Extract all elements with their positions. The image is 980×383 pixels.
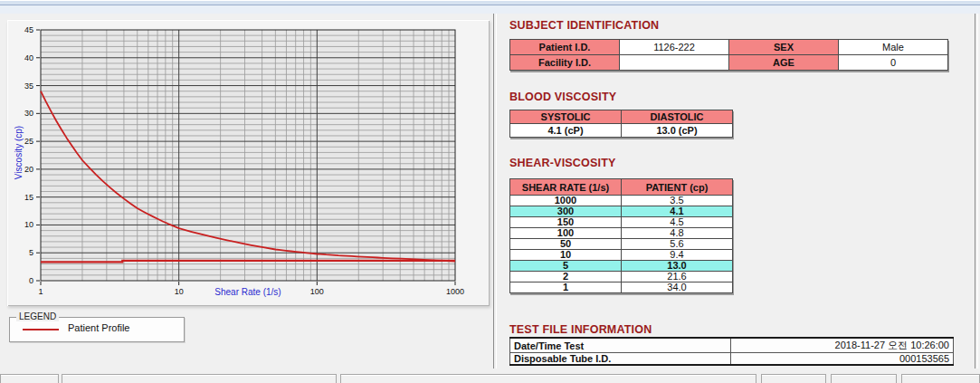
- svg-text:0: 0: [29, 276, 33, 285]
- shear-rate-cell: 10: [510, 250, 622, 261]
- svg-text:45: 45: [24, 25, 33, 34]
- age-label: AGE: [729, 55, 839, 71]
- shear-rate-cell: 1: [510, 282, 622, 293]
- svg-text:30: 30: [24, 109, 33, 118]
- blood-viscosity-table: SYSTOLIC DIASTOLIC 4.1 (cP) 13.0 (cP): [509, 110, 733, 138]
- svg-text:20: 20: [24, 165, 33, 174]
- patient-viscosity-cell: 3.5: [622, 196, 733, 206]
- y-axis-label: Viscosity (cp): [14, 112, 24, 194]
- svg-text:5: 5: [29, 248, 33, 257]
- table-row: SYSTOLIC DIASTOLIC: [510, 110, 733, 124]
- table-row: 100 4.8: [510, 228, 733, 239]
- shear-rate-header: SHEAR RATE (1/s): [510, 179, 622, 196]
- shear-viscosity-table: SHEAR RATE (1/s) PATIENT (cp) 1000 3.5 3…: [509, 178, 733, 293]
- shear-rate-cell: 100: [510, 228, 622, 239]
- results-panel: SUBJECT IDENTIFICATION Patient I.D. 1126…: [509, 14, 962, 371]
- patient-viscosity-cell: 34.0: [622, 282, 733, 293]
- sex-value: Male: [839, 40, 948, 55]
- date-time-test-value: 2018-11-27 오전 10:26:00: [731, 338, 954, 353]
- diastolic-value: 13.0 (cP): [622, 124, 733, 138]
- legend-box: LEGEND Patient Profile: [9, 317, 185, 342]
- test-file-information-table: Date/Time Test 2018-11-27 오전 10:26:00 Di…: [509, 337, 954, 366]
- table-row: 10 9.4: [510, 250, 733, 261]
- table-row: 4.1 (cP) 13.0 (cP): [510, 124, 733, 138]
- shear-rate-cell: 50: [510, 239, 622, 250]
- patient-viscosity-cell: 4.5: [622, 217, 733, 228]
- table-row: 1 34.0: [510, 282, 733, 293]
- patient-viscosity-cell: 9.4: [622, 250, 733, 261]
- table-row: 50 5.6: [510, 239, 733, 250]
- patient-viscosity-cell: 4.8: [622, 228, 733, 239]
- facility-id-label: Facility I.D.: [510, 55, 620, 71]
- table-row: Disposable Tube I.D. 000153565: [510, 353, 954, 366]
- table-row: 5 13.0: [510, 261, 733, 272]
- disposable-tube-id-label: Disposable Tube I.D.: [510, 353, 731, 366]
- shear-rate-cell: 1000: [510, 196, 622, 206]
- blood-viscosity-title: BLOOD VISCOSITY: [509, 91, 616, 103]
- status-bar-segment: [831, 374, 897, 383]
- table-row: Date/Time Test 2018-11-27 오전 10:26:00: [510, 338, 954, 353]
- panel-separator-left: [493, 14, 497, 369]
- sex-label: SEX: [729, 40, 839, 55]
- subject-identification-table: Patient I.D. 1126-222 SEX Male Facility …: [509, 39, 948, 71]
- table-row: Facility I.D. AGE 0: [510, 55, 948, 71]
- table-row: 1000 3.5: [510, 196, 733, 206]
- patient-viscosity-cell: 5.6: [622, 239, 733, 250]
- facility-id-value: [620, 55, 729, 71]
- table-row: 300 4.1: [510, 206, 733, 217]
- test-file-information-title: TEST FILE INFORMATION: [509, 323, 652, 336]
- svg-text:25: 25: [24, 137, 33, 146]
- disposable-tube-id-value: 000153565: [731, 353, 954, 366]
- viscosity-vs-shear-rate-chart: 4540353025201510501101001000: [7, 20, 490, 306]
- shear-rate-cell: 5: [510, 261, 622, 272]
- shear-viscosity-title: SHEAR-VISCOSITY: [509, 157, 616, 169]
- table-header-row: SHEAR RATE (1/s) PATIENT (cp): [510, 179, 733, 196]
- x-axis-label: Shear Rate (1/s): [41, 287, 455, 297]
- legend-box-label: LEGEND: [16, 311, 59, 321]
- systolic-header: SYSTOLIC: [510, 110, 622, 124]
- status-bar-segment: [901, 374, 980, 383]
- status-bar-segment: [761, 374, 826, 383]
- status-bar-segment: [0, 374, 59, 383]
- patient-viscosity-cell: 21.6: [622, 272, 733, 282]
- svg-text:10: 10: [24, 220, 33, 229]
- shear-rate-cell: 2: [510, 272, 622, 282]
- shear-rate-cell: 150: [510, 217, 622, 228]
- diastolic-header: DIASTOLIC: [622, 110, 733, 124]
- patient-profile-label: Patient Profile: [68, 322, 129, 333]
- table-row: 2 21.6: [510, 272, 733, 282]
- window-top-strip: [0, 0, 980, 14]
- patient-cp-header: PATIENT (cp): [622, 179, 733, 196]
- patient-viscosity-cell: 13.0: [622, 261, 733, 272]
- patient-profile-line-swatch: [23, 329, 59, 330]
- subject-identification-title: SUBJECT IDENTIFICATION: [509, 19, 659, 32]
- patient-viscosity-cell: 4.1: [622, 206, 733, 217]
- patient-id-value: 1126-222: [620, 40, 729, 55]
- table-row: Patient I.D. 1126-222 SEX Male: [510, 40, 948, 55]
- shear-rate-cell: 300: [510, 206, 622, 217]
- status-bar-segment: [340, 374, 756, 383]
- svg-text:35: 35: [24, 81, 33, 91]
- patient-id-label: Patient I.D.: [510, 40, 620, 55]
- viscosity-chart-panel: 4540353025201510501101001000 Viscosity (…: [7, 20, 490, 306]
- blood-viscosity-screen: 4540353025201510501101001000 Viscosity (…: [0, 0, 980, 383]
- date-time-test-label: Date/Time Test: [510, 338, 731, 353]
- status-bar-segment: [62, 374, 337, 383]
- svg-text:15: 15: [24, 193, 33, 202]
- panel-separator-right: [975, 14, 978, 369]
- table-row: 150 4.5: [510, 217, 733, 228]
- svg-text:40: 40: [24, 53, 33, 62]
- systolic-value: 4.1 (cP): [510, 124, 622, 138]
- age-value: 0: [839, 55, 948, 71]
